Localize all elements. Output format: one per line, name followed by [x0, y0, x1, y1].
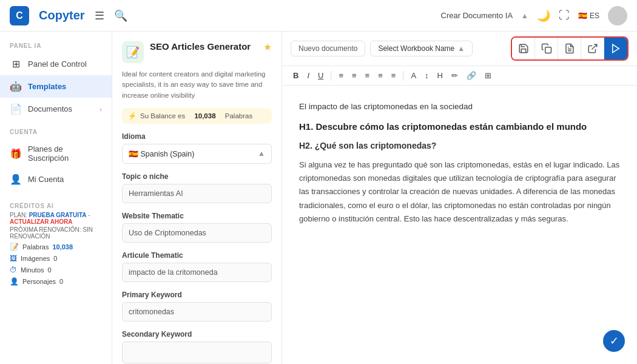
create-chevron-icon: ▲ [521, 12, 528, 20]
editor-line-title: El impacto de las criptomonedas en la so… [299, 100, 620, 114]
website-input[interactable]: Uso de Criptomonedas [122, 223, 272, 243]
bold-button[interactable]: B [291, 70, 301, 81]
credit-personajes: 👤 Personajes 0 [10, 277, 102, 286]
idioma-select[interactable]: 🇪🇸 Spanish (Spain) ▲ [122, 144, 272, 164]
expand-icon[interactable]: ⛶ [559, 9, 570, 22]
action-buttons-group [511, 36, 629, 61]
language-label: ES [590, 12, 599, 20]
underline-button[interactable]: U [315, 70, 326, 81]
tool-title: SEO Articles Generator [150, 41, 257, 52]
generate-button[interactable] [604, 38, 627, 59]
fmt-divider-1 [331, 71, 331, 81]
balance-box: ⚡ Su Balance es 10,038 Palabras [122, 108, 272, 124]
search-icon[interactable]: 🔍 [114, 9, 127, 22]
align-center-button[interactable]: ≡ [349, 70, 359, 81]
sidebar-item-micuenta[interactable]: 👤 Mi Cuenta [0, 168, 112, 190]
editor-top-toolbar: Nuevo documento Select Workbook Name ▲ [282, 32, 637, 66]
primary-field-group: Primary Keyword critomonedas [122, 291, 272, 322]
italic-button[interactable]: I [305, 70, 312, 81]
tool-favorite-icon[interactable]: ★ [263, 41, 272, 53]
update-link[interactable]: ACTUALIZAR AHORA [10, 218, 73, 225]
tool-description: Ideal for content creators and digital m… [122, 69, 272, 101]
line-height-button[interactable]: ↕ [422, 70, 431, 81]
align-right-button[interactable]: ≡ [363, 70, 372, 81]
document-name-button[interactable]: Nuevo documento [291, 41, 365, 56]
primary-input[interactable]: critomonedas [122, 302, 272, 322]
logo-icon: C [10, 6, 29, 25]
align-left-button[interactable]: ≡ [336, 70, 346, 81]
balance-label: Su Balance es [140, 112, 185, 120]
editor-paragraph: Si alguna vez te has preguntado qué son … [299, 158, 620, 225]
share-doc-button[interactable] [581, 38, 604, 59]
palabras-value: 10,038 [52, 243, 73, 251]
main-layout: PANEL IA ⊞ Panel de Control 🤖 Templates … [0, 32, 637, 364]
font-color-button[interactable]: A [408, 70, 419, 81]
palabras-icon: 📝 [10, 243, 19, 251]
heading-button[interactable]: H [435, 70, 445, 81]
save-doc-button[interactable] [512, 38, 535, 59]
sidebar-item-micuenta-label: Mi Cuenta [28, 175, 102, 184]
palabras-label: Palabras [22, 243, 49, 251]
imagenes-label: Imágenes [21, 255, 50, 262]
tool-icon: 📝 [122, 41, 144, 63]
documentos-arrow-icon: › [99, 106, 102, 113]
secondary-field-group: Secondary Keyword [122, 330, 272, 363]
dark-mode-icon[interactable]: 🌙 [537, 9, 550, 22]
workbook-selector[interactable]: Select Workbook Name ▲ [370, 41, 473, 56]
idioma-label: Idioma [122, 132, 272, 141]
middle-panel: 📝 SEO Articles Generator ★ Ideal for con… [112, 32, 282, 364]
language-selector[interactable]: 🇪🇸 ES [578, 12, 599, 20]
idioma-value: Spanish (Spain) [140, 150, 194, 158]
minutos-icon: ⏱ [10, 266, 17, 274]
sidebar-item-panel[interactable]: ⊞ Panel de Control [0, 53, 112, 75]
secondary-label: Secondary Keyword [122, 330, 272, 339]
sidebar-item-documentos-label: Documentos [28, 104, 93, 113]
documentos-icon: 📄 [10, 103, 22, 115]
sidebar-item-templates[interactable]: 🤖 Templates [0, 75, 112, 98]
workbook-label: Select Workbook Name [378, 44, 454, 53]
editor-content-area[interactable]: El impacto de las criptomonedas en la so… [282, 86, 637, 364]
link-button[interactable]: 🔗 [464, 70, 479, 81]
topic-field-group: Topic o niche Herramientas AI [122, 172, 272, 203]
renovation-label: PRÓXIMA RENOVACIÓN: SIN RENOVACIÓN [10, 226, 102, 240]
creditos-label: CRÉDITOS AI [10, 203, 102, 212]
imagenes-value: 0 [53, 255, 57, 262]
table-button[interactable]: ⊞ [482, 70, 494, 81]
copy-doc-button[interactable] [535, 38, 558, 59]
menu-icon[interactable]: ☰ [95, 9, 104, 22]
format-toolbar: B I U ≡ ≡ ≡ ≡ ≡ A ↕ H ✏ 🔗 ⊞ [282, 66, 637, 86]
sidebar-item-documentos[interactable]: 📄 Documentos › [0, 98, 112, 120]
sidebar-item-planes[interactable]: 🎁 Planes de Suscripción [0, 139, 112, 168]
article-label: Articule Thematic [122, 251, 272, 260]
export-doc-button[interactable] [558, 38, 581, 59]
fmt-divider-2 [403, 71, 403, 81]
website-label: Website Thematic [122, 212, 272, 220]
balance-unit: Palabras [225, 112, 252, 120]
personajes-value: 0 [59, 278, 63, 285]
create-doc-button[interactable]: Crear Documento IA [441, 11, 513, 20]
pen-button[interactable]: ✏ [449, 70, 460, 81]
minutos-value: 0 [48, 266, 52, 274]
topic-input[interactable]: Herramientas AI [122, 184, 272, 203]
article-input[interactable]: impacto de la critomoneda [122, 263, 272, 282]
align-justify-button[interactable]: ≡ [376, 70, 385, 81]
idioma-field-group: Idioma 🇪🇸 Spanish (Spain) ▲ [122, 132, 272, 164]
personajes-label: Personajes [22, 278, 56, 285]
idioma-chevron-icon: ▲ [258, 149, 265, 158]
svg-marker-4 [613, 44, 619, 53]
idioma-flag: 🇪🇸 [129, 150, 138, 158]
credit-palabras: 📝 Palabras 10,038 [10, 243, 102, 251]
editor-h2: H2. ¿Qué son las criptomonedas? [299, 139, 620, 153]
secondary-input[interactable] [122, 342, 272, 363]
bolt-icon: ⚡ [128, 112, 136, 120]
credits-section: CRÉDITOS AI PLAN: PRUEBA GRATUITA - ACTU… [0, 195, 112, 293]
primary-label: Primary Keyword [122, 291, 272, 299]
panel-section-label: PANEL IA [0, 40, 112, 53]
website-field-group: Website Thematic Uso de Criptomonedas [122, 212, 272, 243]
minutos-label: Minutos [21, 266, 44, 274]
list-ordered-button[interactable]: ≡ [389, 70, 399, 81]
templates-icon: 🤖 [10, 81, 22, 92]
user-avatar[interactable] [608, 6, 627, 25]
planes-icon: 🎁 [10, 148, 22, 160]
topic-label: Topic o niche [122, 172, 272, 181]
